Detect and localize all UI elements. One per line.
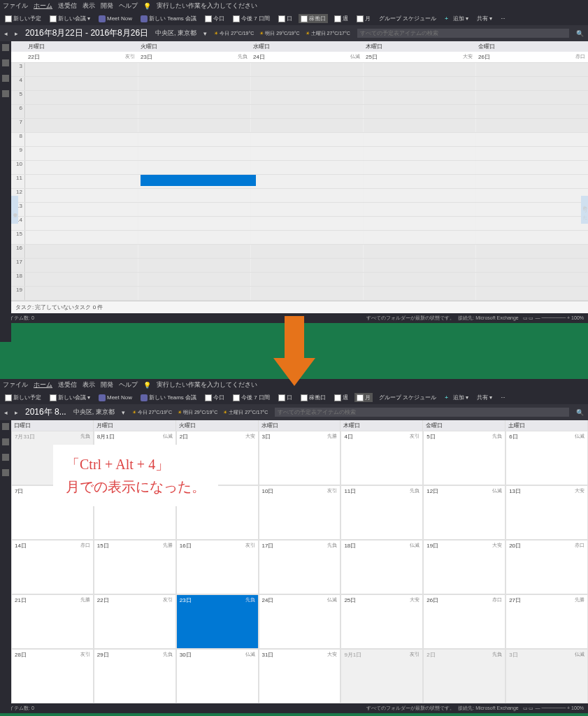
time-row[interactable]: 17 [11,259,588,273]
prev-button[interactable]: ◂ [4,409,8,416]
month-cell[interactable]: 11日先負 [340,485,423,540]
meet-now-button[interactable]: Meet Now [96,15,134,23]
month-cell[interactable]: 15日先勝 [94,540,176,594]
location-label[interactable]: 中央区, 東京都 [155,29,196,38]
day-view-button[interactable]: 日 [276,14,294,23]
month-cell[interactable]: 18日仏滅 [340,540,423,594]
date-cell[interactable]: 24日仏滅 [250,52,363,62]
time-row[interactable]: 3 [11,63,588,77]
menu-help[interactable]: ヘルプ [119,1,138,10]
time-row[interactable]: 6 [11,105,588,119]
time-row[interactable]: 16 [11,245,588,259]
next7-button[interactable]: 今後 7 日間 [231,393,272,402]
search-icon[interactable]: 🔍 [576,30,584,37]
today-button[interactable]: 今日 [203,14,227,23]
month-cell[interactable]: 19日大安 [423,540,505,594]
time-row[interactable]: 10 [11,161,588,175]
people-icon[interactable] [2,75,9,82]
month-cell[interactable]: 27日先勝 [505,594,588,649]
month-cell[interactable]: 28日友引 [11,649,94,703]
time-row[interactable]: 9 [11,147,588,161]
month-cell[interactable]: 3日仏滅 [505,649,588,703]
teams-meeting-button[interactable]: 新しい Teams 会議 [138,14,199,23]
menu-dev[interactable]: 開発 [101,1,113,10]
month-cell[interactable]: 25日大安 [340,594,423,649]
calendar-icon[interactable] [2,438,9,445]
week-view-button[interactable]: 週 [332,14,350,23]
group-schedule-button[interactable]: グループ スケジュール [377,393,438,402]
month-cell[interactable]: 13日大安 [505,485,588,540]
time-row[interactable]: 18 [11,273,588,287]
month-cell[interactable]: 20日赤口 [505,540,588,594]
new-appointment-button[interactable]: 新しい予定 [3,14,43,23]
tasks-icon[interactable] [2,469,9,476]
new-meeting-button[interactable]: 新しい会議 ▾ [48,393,92,402]
month-cell[interactable]: 24日仏滅 [259,594,341,649]
menu-file[interactable]: ファイル [3,1,28,10]
today-button[interactable]: 今日 [203,393,227,402]
new-appointment-button[interactable]: 新しい予定 [3,393,43,402]
month-cell[interactable]: 10日友引 [259,485,341,540]
month-cell[interactable]: 31日大安 [259,649,341,703]
time-row[interactable]: 11 [11,175,588,189]
menu-file[interactable]: ファイル [3,380,28,389]
time-row[interactable]: 13 [11,203,588,217]
time-row[interactable]: 14 [11,217,588,231]
calendar-event[interactable] [141,175,256,186]
workweek-view-button[interactable]: 稼働日 [299,14,328,23]
search-icon[interactable]: 🔍 [576,409,584,416]
people-icon[interactable] [2,454,9,461]
month-view-button[interactable]: 月 [354,14,373,23]
tell-me[interactable]: 実行したい作業を入力してください [157,1,257,10]
time-row[interactable]: 8 [11,133,588,147]
month-cell[interactable]: 29日先負 [94,649,176,703]
menu-view[interactable]: 表示 [83,380,95,389]
month-cell[interactable]: 5日先負 [423,431,505,485]
month-cell[interactable]: 23日先負 [176,594,259,649]
workweek-view-button[interactable]: 稼働日 [299,393,328,402]
time-row[interactable]: 19 [11,287,588,301]
menu-send[interactable]: 送受信 [58,1,77,10]
date-cell[interactable]: 22日友引 [25,52,138,62]
time-row[interactable]: 7 [11,119,588,133]
add-button[interactable]: +追加 ▾ [443,14,471,23]
menu-home[interactable]: ホーム [34,380,52,389]
date-cell[interactable]: 23日先負 [138,52,250,62]
more-button[interactable]: ··· [499,394,508,401]
new-meeting-button[interactable]: 新しい会議 ▾ [48,14,92,23]
meet-now-button[interactable]: Meet Now [96,394,134,402]
menu-view[interactable]: 表示 [83,1,95,10]
month-cell[interactable]: 12日仏滅 [423,485,505,540]
day-view-button[interactable]: 日 [276,393,294,402]
time-row[interactable]: 12 [11,189,588,203]
next7-button[interactable]: 今後 7 日間 [231,14,272,23]
share-button[interactable]: 共有 ▾ [475,393,494,402]
month-cell[interactable]: 30日仏滅 [176,649,259,703]
month-cell[interactable]: 2日先負 [423,649,505,703]
next-button[interactable]: ▸ [15,409,18,416]
month-cell[interactable]: 6日仏滅 [505,431,588,485]
prev-button[interactable]: ◂ [4,30,8,37]
menu-home[interactable]: ホーム [34,1,52,10]
left-tab[interactable]: 作業中 [11,196,18,224]
month-cell[interactable]: 9月1日友引 [340,649,423,703]
teams-meeting-button[interactable]: 新しい Teams 会議 [138,393,199,402]
month-cell[interactable]: 14日赤口 [11,540,94,594]
share-button[interactable]: 共有 ▾ [475,14,494,23]
date-cell[interactable]: 26日赤口 [475,52,588,62]
time-row[interactable]: 5 [11,91,588,105]
month-cell[interactable]: 21日先勝 [11,594,94,649]
menu-help[interactable]: ヘルプ [119,380,138,389]
add-button[interactable]: +追加 ▾ [443,393,471,402]
month-cell[interactable]: 17日先負 [259,540,341,594]
month-cell[interactable]: 4日友引 [340,431,423,485]
month-cell[interactable]: 22日友引 [94,594,176,649]
tasks-icon[interactable] [2,90,9,97]
right-tab[interactable]: 終わった [581,196,588,224]
time-row[interactable]: 4 [11,77,588,91]
search-input[interactable] [275,408,569,417]
month-cell[interactable]: 3日先勝 [259,431,341,485]
mail-icon[interactable] [2,423,9,430]
menu-send[interactable]: 送受信 [58,380,77,389]
date-cell[interactable]: 25日大安 [363,52,475,62]
